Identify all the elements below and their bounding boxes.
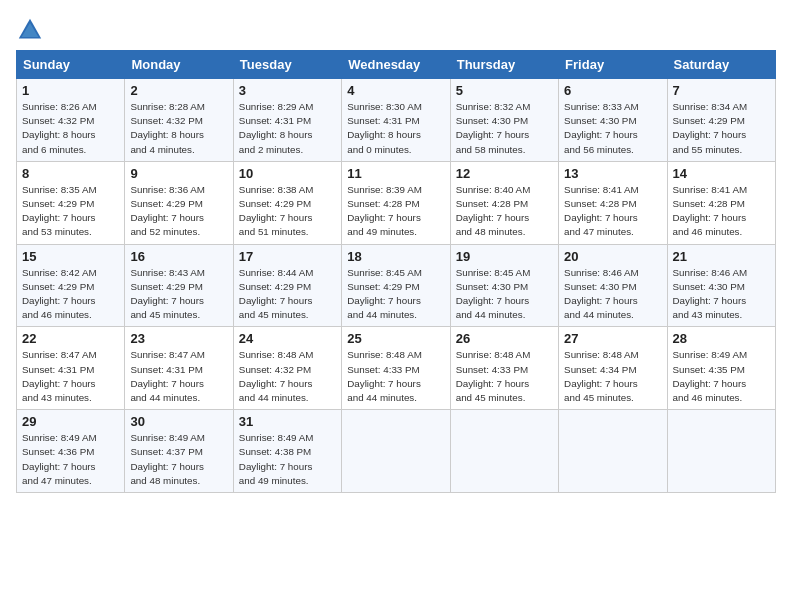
day-info: Sunrise: 8:39 AMSunset: 4:28 PMDaylight:… (347, 183, 444, 240)
calendar-cell: 23Sunrise: 8:47 AMSunset: 4:31 PMDayligh… (125, 327, 233, 410)
calendar-cell: 1Sunrise: 8:26 AMSunset: 4:32 PMDaylight… (17, 79, 125, 162)
day-info: Sunrise: 8:49 AMSunset: 4:37 PMDaylight:… (130, 431, 227, 488)
day-number: 15 (22, 249, 119, 264)
day-info: Sunrise: 8:45 AMSunset: 4:30 PMDaylight:… (456, 266, 553, 323)
calendar-week-row: 1Sunrise: 8:26 AMSunset: 4:32 PMDaylight… (17, 79, 776, 162)
calendar-cell: 12Sunrise: 8:40 AMSunset: 4:28 PMDayligh… (450, 161, 558, 244)
day-number: 5 (456, 83, 553, 98)
calendar-cell: 21Sunrise: 8:46 AMSunset: 4:30 PMDayligh… (667, 244, 775, 327)
day-info: Sunrise: 8:49 AMSunset: 4:36 PMDaylight:… (22, 431, 119, 488)
day-number: 17 (239, 249, 336, 264)
calendar-cell (667, 410, 775, 493)
day-number: 23 (130, 331, 227, 346)
day-info: Sunrise: 8:49 AMSunset: 4:35 PMDaylight:… (673, 348, 770, 405)
calendar-cell: 25Sunrise: 8:48 AMSunset: 4:33 PMDayligh… (342, 327, 450, 410)
day-info: Sunrise: 8:43 AMSunset: 4:29 PMDaylight:… (130, 266, 227, 323)
day-info: Sunrise: 8:48 AMSunset: 4:33 PMDaylight:… (347, 348, 444, 405)
day-number: 10 (239, 166, 336, 181)
day-info: Sunrise: 8:49 AMSunset: 4:38 PMDaylight:… (239, 431, 336, 488)
calendar-cell: 16Sunrise: 8:43 AMSunset: 4:29 PMDayligh… (125, 244, 233, 327)
calendar-cell: 11Sunrise: 8:39 AMSunset: 4:28 PMDayligh… (342, 161, 450, 244)
calendar-cell: 22Sunrise: 8:47 AMSunset: 4:31 PMDayligh… (17, 327, 125, 410)
day-number: 27 (564, 331, 661, 346)
day-number: 11 (347, 166, 444, 181)
logo (16, 16, 48, 44)
day-info: Sunrise: 8:36 AMSunset: 4:29 PMDaylight:… (130, 183, 227, 240)
calendar-cell (450, 410, 558, 493)
day-info: Sunrise: 8:38 AMSunset: 4:29 PMDaylight:… (239, 183, 336, 240)
calendar-cell (559, 410, 667, 493)
calendar-cell: 10Sunrise: 8:38 AMSunset: 4:29 PMDayligh… (233, 161, 341, 244)
day-number: 1 (22, 83, 119, 98)
day-number: 12 (456, 166, 553, 181)
calendar-cell: 30Sunrise: 8:49 AMSunset: 4:37 PMDayligh… (125, 410, 233, 493)
calendar-cell: 28Sunrise: 8:49 AMSunset: 4:35 PMDayligh… (667, 327, 775, 410)
day-number: 20 (564, 249, 661, 264)
calendar-cell: 2Sunrise: 8:28 AMSunset: 4:32 PMDaylight… (125, 79, 233, 162)
day-info: Sunrise: 8:26 AMSunset: 4:32 PMDaylight:… (22, 100, 119, 157)
header-row: SundayMondayTuesdayWednesdayThursdayFrid… (17, 51, 776, 79)
calendar-cell: 14Sunrise: 8:41 AMSunset: 4:28 PMDayligh… (667, 161, 775, 244)
calendar-week-row: 8Sunrise: 8:35 AMSunset: 4:29 PMDaylight… (17, 161, 776, 244)
day-number: 7 (673, 83, 770, 98)
day-number: 8 (22, 166, 119, 181)
day-info: Sunrise: 8:48 AMSunset: 4:32 PMDaylight:… (239, 348, 336, 405)
day-number: 24 (239, 331, 336, 346)
calendar-cell: 13Sunrise: 8:41 AMSunset: 4:28 PMDayligh… (559, 161, 667, 244)
day-info: Sunrise: 8:46 AMSunset: 4:30 PMDaylight:… (564, 266, 661, 323)
day-info: Sunrise: 8:42 AMSunset: 4:29 PMDaylight:… (22, 266, 119, 323)
day-of-week-header: Sunday (17, 51, 125, 79)
calendar-cell: 15Sunrise: 8:42 AMSunset: 4:29 PMDayligh… (17, 244, 125, 327)
day-info: Sunrise: 8:48 AMSunset: 4:34 PMDaylight:… (564, 348, 661, 405)
day-of-week-header: Friday (559, 51, 667, 79)
day-info: Sunrise: 8:45 AMSunset: 4:29 PMDaylight:… (347, 266, 444, 323)
calendar-cell: 26Sunrise: 8:48 AMSunset: 4:33 PMDayligh… (450, 327, 558, 410)
header (16, 16, 776, 44)
day-number: 26 (456, 331, 553, 346)
calendar-cell (342, 410, 450, 493)
calendar-cell: 4Sunrise: 8:30 AMSunset: 4:31 PMDaylight… (342, 79, 450, 162)
day-info: Sunrise: 8:30 AMSunset: 4:31 PMDaylight:… (347, 100, 444, 157)
day-number: 19 (456, 249, 553, 264)
calendar-cell: 6Sunrise: 8:33 AMSunset: 4:30 PMDaylight… (559, 79, 667, 162)
day-info: Sunrise: 8:40 AMSunset: 4:28 PMDaylight:… (456, 183, 553, 240)
day-info: Sunrise: 8:29 AMSunset: 4:31 PMDaylight:… (239, 100, 336, 157)
day-number: 21 (673, 249, 770, 264)
day-info: Sunrise: 8:32 AMSunset: 4:30 PMDaylight:… (456, 100, 553, 157)
calendar-cell: 29Sunrise: 8:49 AMSunset: 4:36 PMDayligh… (17, 410, 125, 493)
calendar-cell: 31Sunrise: 8:49 AMSunset: 4:38 PMDayligh… (233, 410, 341, 493)
day-number: 31 (239, 414, 336, 429)
calendar-cell: 7Sunrise: 8:34 AMSunset: 4:29 PMDaylight… (667, 79, 775, 162)
calendar-cell: 27Sunrise: 8:48 AMSunset: 4:34 PMDayligh… (559, 327, 667, 410)
calendar-cell: 9Sunrise: 8:36 AMSunset: 4:29 PMDaylight… (125, 161, 233, 244)
day-of-week-header: Tuesday (233, 51, 341, 79)
day-of-week-header: Monday (125, 51, 233, 79)
day-info: Sunrise: 8:41 AMSunset: 4:28 PMDaylight:… (564, 183, 661, 240)
calendar-cell: 24Sunrise: 8:48 AMSunset: 4:32 PMDayligh… (233, 327, 341, 410)
calendar-week-row: 15Sunrise: 8:42 AMSunset: 4:29 PMDayligh… (17, 244, 776, 327)
day-info: Sunrise: 8:48 AMSunset: 4:33 PMDaylight:… (456, 348, 553, 405)
calendar-cell: 8Sunrise: 8:35 AMSunset: 4:29 PMDaylight… (17, 161, 125, 244)
calendar-cell: 5Sunrise: 8:32 AMSunset: 4:30 PMDaylight… (450, 79, 558, 162)
calendar-cell: 20Sunrise: 8:46 AMSunset: 4:30 PMDayligh… (559, 244, 667, 327)
day-info: Sunrise: 8:47 AMSunset: 4:31 PMDaylight:… (22, 348, 119, 405)
day-info: Sunrise: 8:41 AMSunset: 4:28 PMDaylight:… (673, 183, 770, 240)
day-info: Sunrise: 8:44 AMSunset: 4:29 PMDaylight:… (239, 266, 336, 323)
day-info: Sunrise: 8:34 AMSunset: 4:29 PMDaylight:… (673, 100, 770, 157)
logo-icon (16, 16, 44, 44)
calendar-week-row: 29Sunrise: 8:49 AMSunset: 4:36 PMDayligh… (17, 410, 776, 493)
calendar-week-row: 22Sunrise: 8:47 AMSunset: 4:31 PMDayligh… (17, 327, 776, 410)
day-number: 13 (564, 166, 661, 181)
day-info: Sunrise: 8:35 AMSunset: 4:29 PMDaylight:… (22, 183, 119, 240)
day-number: 6 (564, 83, 661, 98)
calendar-cell: 3Sunrise: 8:29 AMSunset: 4:31 PMDaylight… (233, 79, 341, 162)
day-info: Sunrise: 8:47 AMSunset: 4:31 PMDaylight:… (130, 348, 227, 405)
day-of-week-header: Thursday (450, 51, 558, 79)
day-number: 18 (347, 249, 444, 264)
day-of-week-header: Wednesday (342, 51, 450, 79)
day-of-week-header: Saturday (667, 51, 775, 79)
day-info: Sunrise: 8:28 AMSunset: 4:32 PMDaylight:… (130, 100, 227, 157)
calendar-cell: 19Sunrise: 8:45 AMSunset: 4:30 PMDayligh… (450, 244, 558, 327)
day-number: 3 (239, 83, 336, 98)
day-number: 9 (130, 166, 227, 181)
